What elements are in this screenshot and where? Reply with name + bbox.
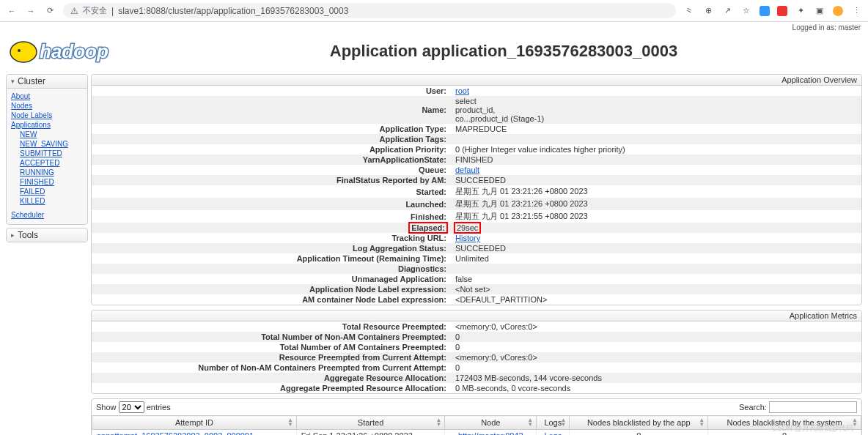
kv-value: MAPREDUCE <box>451 124 861 134</box>
logs-link[interactable]: Logs <box>544 431 562 435</box>
sidebar-sublink[interactable]: SUBMITTED <box>11 149 83 158</box>
forward-icon[interactable]: → <box>25 5 37 17</box>
menu-icon[interactable]: ⋮ <box>850 5 862 17</box>
value-link[interactable]: History <box>455 234 480 242</box>
kv-key: Name: <box>92 96 451 124</box>
svg-point-0 <box>10 42 37 62</box>
kv-value: 0 <box>451 362 861 373</box>
cluster-header[interactable]: ▾Cluster <box>7 75 87 89</box>
sidebar-sublink[interactable]: RUNNING <box>11 168 83 177</box>
sidebar: ▾Cluster AboutNodesNode LabelsApplicatio… <box>6 74 88 435</box>
table-row: appattempt_1693576283003_0003_000001 Fri… <box>92 430 861 436</box>
kv-key: AM container Node Label expression: <box>92 294 451 305</box>
kv-key: Tracking URL: <box>92 233 451 243</box>
sidebar-tools: ▸Tools <box>6 228 88 242</box>
kv-key: Elapsed: <box>92 223 451 233</box>
kv-key: User: <box>92 86 451 96</box>
value-link[interactable]: root <box>455 86 469 95</box>
kv-value: 0 <box>451 332 861 342</box>
sidebar-sublink[interactable]: ACCEPTED <box>11 158 83 168</box>
browser-extensions: ⺀ ⊕ ↗ ☆ ✦ ▣ ⋮ <box>683 5 862 17</box>
svg-point-1 <box>18 49 21 52</box>
kv-value: selectproduct_id,co...product_id (Stage-… <box>451 96 861 124</box>
sort-icon: ▲▼ <box>699 418 705 427</box>
column-header[interactable]: Logs▲▼ <box>537 416 570 430</box>
back-icon[interactable]: ← <box>6 5 18 17</box>
extensions-icon[interactable]: ✦ <box>795 5 806 17</box>
insecure-label: 不安全 <box>83 5 107 16</box>
address-bar[interactable]: ⚠ 不安全 | slave1:8088/cluster/app/applicat… <box>63 3 676 18</box>
column-header[interactable]: Attempt ID▲▼ <box>92 416 297 430</box>
page-size-select[interactable]: 20 <box>119 401 144 413</box>
bookmark-icon[interactable]: ☆ <box>740 5 752 17</box>
kv-key: Total Number of Non-AM Containers Preemp… <box>92 332 451 342</box>
kv-value: <memory:0, vCores:0> <box>451 352 861 362</box>
hadoop-logo: hadoop <box>7 36 147 67</box>
kv-value <box>451 264 861 274</box>
metrics-panel: Application Metrics Total Resource Preem… <box>91 310 862 394</box>
sidebar-sublink[interactable]: NEW <box>11 130 83 139</box>
ext1-icon[interactable] <box>760 6 770 16</box>
kv-key: Total Resource Preempted: <box>92 321 451 332</box>
sidebar-sublink[interactable]: FAILED <box>11 187 83 196</box>
metrics-heading: Application Metrics <box>92 311 861 321</box>
kv-key: Application Tags: <box>92 134 451 144</box>
node-link[interactable]: http://master:8042 <box>458 431 523 435</box>
kv-value: <Not set> <box>451 284 861 294</box>
overview-panel: Application Overview User:rootName:selec… <box>91 74 862 305</box>
kv-key: YarnApplicationState: <box>92 155 451 165</box>
attempt-id-link[interactable]: appattempt_1693576283003_0003_000001 <box>97 431 254 435</box>
sort-icon: ▲▼ <box>435 418 441 427</box>
kv-key: Resource Preempted from Current Attempt: <box>92 352 451 362</box>
kv-value: 29sec <box>451 223 861 233</box>
sidebar-sublink[interactable]: KILLED <box>11 196 83 206</box>
sidebar-link[interactable]: Node Labels <box>11 111 83 120</box>
column-header[interactable]: Node▲▼ <box>445 416 537 430</box>
entries-label: entries <box>147 403 171 412</box>
sidebar-link-scheduler[interactable]: Scheduler <box>11 210 83 220</box>
kv-value: 星期五 九月 01 23:21:26 +0800 2023 <box>451 198 861 210</box>
profile-icon[interactable] <box>833 6 843 16</box>
kv-value: 172403 MB-seconds, 144 vcore-seconds <box>451 373 861 383</box>
sidebar-link[interactable]: Applications <box>11 120 83 130</box>
sidebar-sublink[interactable]: NEW_SAVING <box>11 139 83 149</box>
kv-key: Finished: <box>92 210 451 223</box>
kv-value: Unlimited <box>451 253 861 264</box>
share-icon[interactable]: ↗ <box>721 5 733 17</box>
ext2-icon[interactable] <box>777 6 787 16</box>
kv-value: 星期五 九月 01 23:21:55 +0800 2023 <box>451 210 861 223</box>
kv-key: Application Timeout (Remaining Time): <box>92 253 451 264</box>
kv-key: Application Type: <box>92 124 451 134</box>
zoom-icon[interactable]: ⊕ <box>702 5 714 17</box>
kv-value: 星期五 九月 01 23:21:26 +0800 2023 <box>451 185 861 198</box>
url-separator: | <box>111 6 114 16</box>
tools-header[interactable]: ▸Tools <box>7 228 87 242</box>
kv-value: root <box>451 86 861 96</box>
kv-key: Queue: <box>92 165 451 175</box>
kv-value: <DEFAULT_PARTITION> <box>451 294 861 305</box>
kv-value: false <box>451 274 861 284</box>
kv-key: Started: <box>92 185 451 198</box>
search-label: Search: <box>739 403 767 412</box>
page-header: hadoop Application application_169357628… <box>0 33 868 74</box>
sidebar-sublink[interactable]: FINISHED <box>11 177 83 187</box>
sidebar-link[interactable]: Nodes <box>11 101 83 111</box>
overview-heading: Application Overview <box>92 75 861 86</box>
column-header[interactable]: Nodes blacklisted by the app▲▼ <box>570 416 708 430</box>
apps-icon[interactable]: ▣ <box>814 5 825 17</box>
login-status: Logged in as: master <box>0 22 868 33</box>
kv-key: Diagnostics: <box>92 264 451 274</box>
translate-icon[interactable]: ⺀ <box>683 5 695 17</box>
search-input[interactable] <box>769 401 857 413</box>
sidebar-link[interactable]: About <box>11 92 83 101</box>
column-header[interactable]: Started▲▼ <box>296 416 445 430</box>
kv-value: <memory:0, vCores:0> <box>451 321 861 332</box>
kv-value: FINISHED <box>451 155 861 165</box>
reload-icon[interactable]: ⟳ <box>44 5 56 17</box>
value-link[interactable]: default <box>455 166 479 174</box>
insecure-icon: ⚠ <box>70 6 78 16</box>
kv-value: 0 (Higher Integer value indicates higher… <box>451 144 861 155</box>
sort-icon: ▲▼ <box>287 418 293 427</box>
chevron-down-icon: ▾ <box>11 78 15 85</box>
kv-key: Aggregate Resource Allocation: <box>92 373 451 383</box>
